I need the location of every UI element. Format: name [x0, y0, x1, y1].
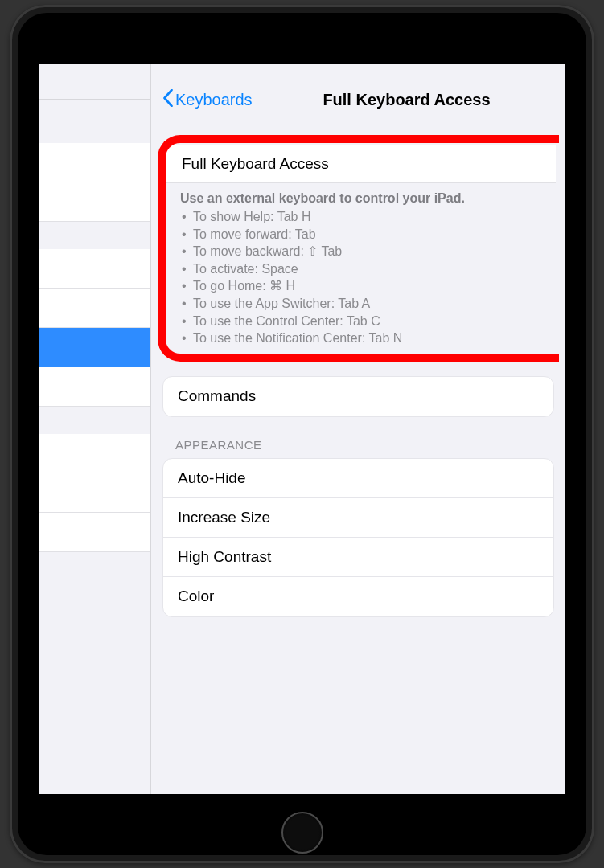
sidebar-item[interactable]: ck: [39, 289, 150, 328]
sidebar-item[interactable]: [39, 513, 150, 552]
home-button[interactable]: [281, 812, 323, 854]
help-footer: Use an external keyboard to control your…: [158, 183, 559, 352]
high-contrast-row[interactable]: High Contrast: [163, 538, 553, 577]
commands-group: Commands: [162, 376, 554, 417]
help-bullet: To show Help: Tab H: [180, 208, 544, 226]
help-bullet: To move backward: ⇧ Tab: [180, 243, 544, 260]
row-label: Color: [178, 588, 214, 605]
sidebar-item[interactable]: [39, 367, 150, 407]
back-label: Keyboards: [175, 91, 253, 109]
help-bullet: To move forward: Tab: [180, 226, 544, 244]
help-bullet: To use the App Switcher: Tab A: [180, 295, 544, 313]
row-label: Increase Size: [178, 509, 270, 526]
sidebar-item[interactable]: de: [39, 473, 150, 513]
sidebar-item[interactable]: [39, 143, 150, 182]
sidebar-gap: [39, 222, 150, 249]
sidebar-item[interactable]: ss: [39, 249, 150, 289]
help-lead: Use an external keyboard to control your…: [180, 191, 544, 206]
row-label: Auto-Hide: [178, 469, 246, 487]
help-bullets: To show Help: Tab H To move forward: Tab…: [180, 208, 544, 347]
sidebar-gap: [39, 407, 150, 434]
row-label: Commands: [178, 387, 256, 405]
chevron-left-icon: [162, 89, 174, 111]
increase-size-row[interactable]: Increase Size: [163, 498, 553, 538]
full-keyboard-access-row[interactable]: Full Keyboard Access: [166, 145, 556, 183]
appearance-header: Appearance: [151, 417, 565, 458]
sidebar-item[interactable]: [39, 434, 150, 473]
sidebar-item-selected[interactable]: [39, 328, 150, 367]
highlighted-section: Full Keyboard Access Use an external key…: [158, 135, 559, 362]
row-label: Full Keyboard Access: [182, 155, 329, 173]
help-bullet: To use the Notification Center: Tab N: [180, 330, 544, 347]
color-row[interactable]: Color: [163, 577, 553, 616]
sidebar-header: [39, 64, 150, 100]
help-bullet: To go Home: ⌘ H: [180, 277, 544, 295]
settings-sidebar[interactable]: ss ck de: [39, 64, 151, 794]
screen: ss ck de: [39, 64, 565, 794]
ipad-device-frame: ss ck de: [10, 5, 594, 863]
detail-pane: Keyboards Full Keyboard Access Full Keyb…: [151, 64, 565, 794]
help-bullet: To use the Control Center: Tab C: [180, 313, 544, 330]
auto-hide-row[interactable]: Auto-Hide: [163, 459, 553, 498]
device-bezel: ss ck de: [18, 13, 586, 855]
sidebar-list: ss ck de: [39, 143, 150, 552]
row-label: High Contrast: [178, 548, 271, 566]
navbar: Keyboards Full Keyboard Access: [151, 64, 565, 121]
back-button[interactable]: Keyboards: [162, 89, 253, 111]
appearance-group: Auto-Hide Increase Size High Contrast Co…: [162, 458, 554, 617]
commands-row[interactable]: Commands: [163, 377, 553, 416]
help-bullet: To activate: Space: [180, 260, 544, 278]
sidebar-item[interactable]: [39, 182, 150, 222]
